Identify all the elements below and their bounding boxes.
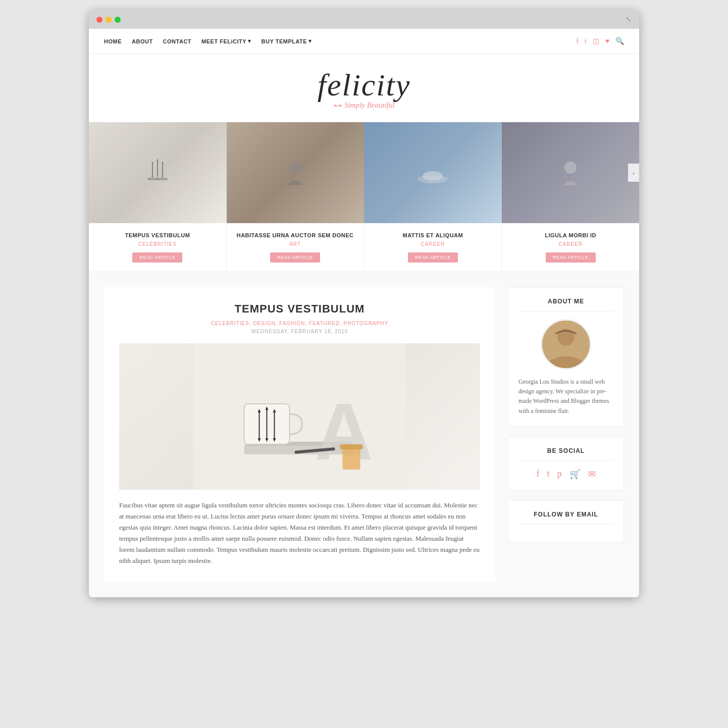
navigation: HOME ABOUT CONTACT MEET FELiCITY ▾ BUY T… — [89, 29, 639, 54]
svg-marker-5 — [157, 159, 159, 161]
nav-item-home[interactable]: HOME — [104, 38, 122, 44]
social-widget: BE SOCIAL f t p 🛒 ✉ — [508, 437, 624, 490]
search-icon[interactable]: 🔍 — [615, 37, 624, 45]
resize-icon[interactable]: ⤡ — [626, 15, 632, 24]
carousel-image-1: A — [137, 152, 178, 193]
heart-icon[interactable]: ♥ — [605, 37, 609, 45]
svg-point-15 — [564, 162, 577, 174]
article-heading: TEMPUS VESTIBULUM — [119, 302, 480, 316]
main-article: TEMPUS VESTIBULUM CELEBRITIES, DESIGN, F… — [104, 287, 495, 582]
svg-marker-6 — [162, 161, 164, 164]
read-article-button-4[interactable]: READ ARTICLE — [546, 252, 596, 263]
social-email-icon[interactable]: ✉ — [588, 469, 596, 480]
carousel-next-arrow[interactable]: › — [628, 164, 639, 182]
about-widget: ABOUT ME Georgia Lou Studios is a small … — [508, 287, 624, 427]
article-categories: CELEBRITIES, DESIGN, FASHION, FEATURED, … — [119, 321, 480, 326]
article-body: Faucibus vitae aptent sit augue ligula v… — [119, 500, 480, 567]
nav-item-contact[interactable]: CONTACT — [163, 38, 191, 44]
nav-right: f t ◫ ♥ 🔍 — [576, 37, 624, 45]
main-content: TEMPUS VESTIBULUM CELEBRITIES, DESIGN, F… — [89, 272, 639, 597]
carousel-image-3 — [412, 160, 453, 185]
about-text: Georgia Lou Studios is a small web desig… — [518, 377, 613, 416]
carousel-item-4[interactable] — [502, 122, 640, 223]
social-icons: f t p 🛒 ✉ — [518, 469, 613, 480]
card-category-1: CELEBRITIES — [96, 241, 219, 247]
twitter-icon[interactable]: t — [585, 37, 587, 45]
maximize-dot[interactable] — [115, 17, 121, 23]
svg-point-13 — [423, 171, 443, 181]
sidebar: ABOUT ME Georgia Lou Studios is a small … — [508, 287, 624, 582]
article-card-2: HABITASSE URNA AUCTOR SEM DONEC ART READ… — [227, 223, 365, 272]
follow-widget-title: FOLLOW BY EMAIL — [518, 511, 613, 525]
carousel-item-1[interactable]: A — [89, 122, 227, 223]
card-title-2: HABITASSE URNA AUCTOR SEM DONEC — [234, 232, 356, 238]
browser-dots — [96, 17, 121, 23]
svg-point-11 — [289, 162, 301, 174]
social-twitter-icon[interactable]: t — [547, 469, 549, 480]
logo-ornament: ❧❧ Simply Beautiful — [99, 100, 629, 110]
close-dot[interactable] — [96, 17, 102, 23]
facebook-icon[interactable]: f — [576, 37, 579, 45]
svg-text:A: A — [168, 162, 178, 178]
logo-subtitle: Simply Beautiful — [344, 101, 395, 109]
carousel-item-3[interactable] — [364, 122, 502, 223]
nav-left: HOME ABOUT CONTACT MEET FELiCITY ▾ BUY T… — [104, 38, 312, 44]
svg-rect-31 — [343, 447, 360, 470]
article-image-svg: A — [119, 343, 480, 490]
minimize-dot[interactable] — [106, 17, 112, 23]
svg-rect-32 — [340, 444, 363, 449]
card-title-1: TEMPUS VESTIBULUM — [96, 232, 219, 238]
social-cart-icon[interactable]: 🛒 — [569, 469, 581, 480]
chevron-down-icon: ▾ — [308, 38, 312, 44]
carousel: A › — [89, 122, 639, 223]
article-card-4: LIGULA MORBI ID CAREER READ ARTICLE — [502, 223, 639, 272]
nav-item-about[interactable]: ABOUT — [132, 38, 153, 44]
avatar-svg — [542, 319, 590, 370]
social-widget-title: BE SOCIAL — [518, 447, 613, 461]
carousel-image-4 — [555, 158, 586, 188]
article-cards: TEMPUS VESTIBULUM CELEBRITIES READ ARTIC… — [89, 223, 639, 272]
article-card-1: TEMPUS VESTIBULUM CELEBRITIES READ ARTIC… — [89, 223, 227, 272]
card-category-2: ART — [234, 241, 356, 247]
carousel-item-2[interactable] — [227, 122, 365, 223]
social-pinterest-icon[interactable]: p — [557, 469, 562, 480]
browser-bar: ⤡ — [89, 10, 639, 29]
carousel-image-2 — [280, 158, 310, 188]
article-card-3: MATTIS ET ALIQUAM CAREER READ ARTICLE — [365, 223, 502, 272]
card-category-4: CAREER — [509, 241, 632, 247]
chevron-down-icon: ▾ — [248, 38, 251, 44]
follow-widget: FOLLOW BY EMAIL — [508, 500, 624, 543]
read-article-button-3[interactable]: READ ARTICLE — [408, 252, 458, 263]
about-avatar — [541, 319, 591, 370]
read-article-button-1[interactable]: READ ARTICLE — [132, 252, 182, 263]
browser-window: ⤡ HOME ABOUT CONTACT MEET FELiCITY ▾ BUY… — [89, 10, 639, 597]
logo-title: felicity — [99, 69, 629, 100]
card-title-3: MATTIS ET ALIQUAM — [372, 232, 494, 238]
nav-item-meet-felicity[interactable]: MEET FELiCITY ▾ — [201, 38, 251, 44]
card-title-4: LIGULA MORBI ID — [509, 232, 632, 238]
social-facebook-icon[interactable]: f — [536, 469, 539, 480]
read-article-button-2[interactable]: READ ARTICLE — [270, 252, 320, 263]
card-category-3: CAREER — [372, 241, 494, 247]
article-date: WEDNESDAY, FEBRUARY 18, 2015 — [119, 329, 480, 334]
logo-section: felicity ❧❧ Simply Beautiful — [89, 54, 639, 122]
about-widget-title: ABOUT ME — [518, 298, 613, 311]
svg-marker-4 — [151, 161, 153, 164]
instagram-icon[interactable]: ◫ — [593, 37, 599, 45]
article-image: A — [119, 343, 480, 490]
nav-item-buy-template[interactable]: BUY TEMPLATE ▾ — [262, 38, 312, 44]
